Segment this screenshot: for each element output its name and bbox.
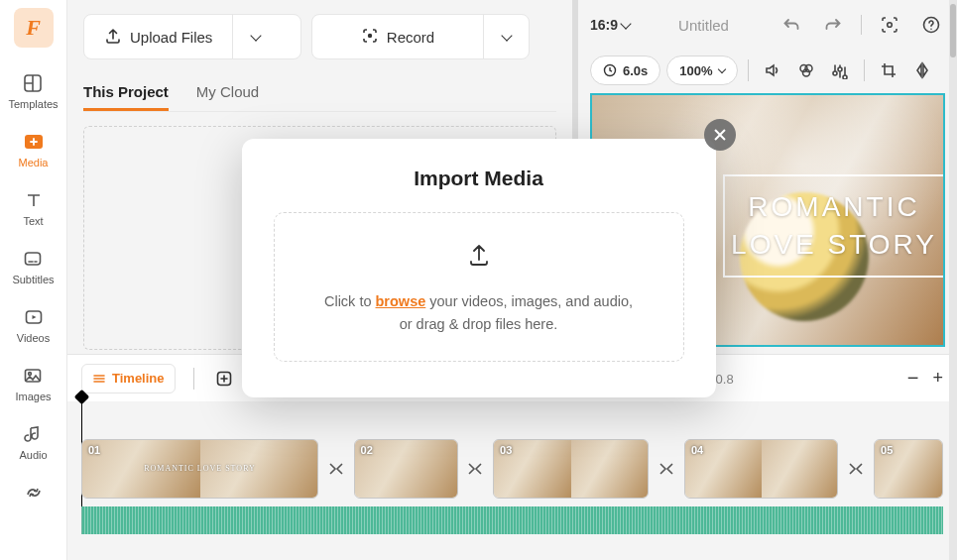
button-label: Upload Files [130, 29, 212, 46]
transition-icon[interactable] [468, 439, 484, 499]
timeline-track-area[interactable]: 01ROMANTIC LOVE STORY02030405 [67, 401, 957, 534]
text-icon [22, 188, 46, 212]
chevron-down-icon [620, 18, 631, 29]
svg-rect-2 [26, 253, 41, 265]
zoom-select[interactable]: 100% [666, 56, 737, 85]
transition-icon[interactable] [848, 439, 864, 499]
preview-title-overlay: ROMANTIC LOVE STORY [723, 174, 943, 278]
svg-point-7 [888, 23, 893, 28]
svg-point-5 [29, 373, 32, 376]
clip-number: 03 [500, 444, 512, 456]
ratio-value: 16:9 [590, 17, 618, 33]
import-media-modal: Import Media Click to browse your videos… [242, 139, 716, 397]
upload-icon [465, 241, 493, 275]
nav-label: Templates [8, 98, 58, 110]
nav-more[interactable] [22, 475, 46, 510]
timeline-clip[interactable]: 04 [684, 439, 838, 499]
zoom-in-button[interactable]: + [932, 368, 943, 389]
nav-label: Images [15, 391, 51, 402]
redo-button[interactable] [819, 11, 847, 39]
audio-icon [21, 422, 45, 446]
scrollbar-thumb[interactable] [950, 4, 956, 57]
scrollbar[interactable] [949, 0, 957, 560]
media-icon [22, 130, 46, 154]
button-label: Record [387, 29, 434, 46]
undo-button[interactable] [778, 11, 805, 39]
app-logo[interactable]: F [14, 8, 54, 48]
transition-icon[interactable] [328, 439, 344, 499]
modal-drop-text: Click to browse your videos, images, and… [324, 290, 633, 335]
nav-videos[interactable]: Videos [17, 299, 50, 350]
svg-point-6 [368, 33, 372, 37]
audio-track[interactable] [81, 506, 943, 534]
duration-display[interactable]: 6.0s [590, 56, 660, 85]
divider [193, 368, 194, 390]
project-title[interactable]: Untitled [644, 17, 764, 34]
timeline-clip[interactable]: 01ROMANTIC LOVE STORY [81, 439, 318, 499]
aspect-ratio-select[interactable]: 16:9 [590, 17, 630, 33]
chevron-down-icon [717, 64, 725, 72]
divider [861, 15, 862, 35]
tab-this-project[interactable]: This Project [83, 83, 169, 111]
upload-icon [104, 27, 122, 48]
modal-close-button[interactable] [704, 119, 736, 151]
left-nav-rail: F Templates Media Text Subtitles Videos [0, 0, 67, 560]
record-dropdown-toggle[interactable] [483, 15, 529, 58]
crop-button[interactable] [875, 56, 902, 84]
subtitles-icon [21, 247, 45, 271]
timeline-label: Timeline [112, 371, 165, 386]
color-button[interactable] [792, 56, 820, 84]
flip-button[interactable] [908, 56, 936, 84]
nav-media[interactable]: Media [19, 124, 49, 174]
modal-drop-area[interactable]: Click to browse your videos, images, and… [274, 212, 684, 362]
adjust-button[interactable] [826, 56, 854, 84]
timeline-icon [92, 372, 106, 386]
nav-subtitles[interactable]: Subtitles [12, 241, 54, 291]
volume-button[interactable] [759, 56, 786, 84]
record-icon [361, 27, 379, 48]
timeline-clip[interactable]: 03 [493, 439, 649, 499]
chevron-down-icon [501, 30, 512, 41]
record-button[interactable]: Record [311, 14, 530, 59]
divider [748, 59, 749, 81]
nav-images[interactable]: Images [15, 358, 51, 408]
nav-label: Videos [17, 332, 50, 344]
effects-icon [22, 481, 46, 504]
nav-audio[interactable]: Audio [19, 416, 47, 467]
timeline-clip[interactable]: 02 [354, 439, 458, 499]
upload-files-button[interactable]: Upload Files [83, 14, 301, 59]
videos-icon [22, 305, 46, 329]
add-button[interactable] [212, 367, 236, 391]
divider [864, 59, 865, 81]
transition-icon[interactable] [658, 439, 674, 499]
clip-number: 05 [881, 444, 893, 456]
nav-label: Subtitles [12, 274, 54, 285]
nav-label: Audio [19, 449, 47, 461]
clock-icon [603, 63, 617, 77]
timeline-tab[interactable]: Timeline [81, 364, 176, 393]
clip-number: 04 [691, 444, 703, 456]
zoom-out-button[interactable]: − [907, 367, 919, 390]
upload-dropdown-toggle[interactable] [232, 15, 278, 58]
help-button[interactable] [917, 11, 945, 39]
chevron-down-icon [250, 30, 261, 41]
nav-templates[interactable]: Templates [8, 65, 58, 116]
nav-text[interactable]: Text [22, 182, 46, 233]
duration-value: 6.0s [623, 63, 648, 78]
fullscreen-button[interactable] [876, 11, 903, 39]
images-icon [21, 364, 45, 388]
clip-number: 02 [361, 444, 373, 456]
timeline-clip[interactable]: 05 [874, 439, 943, 499]
modal-browse-link[interactable]: browse [376, 293, 426, 309]
modal-title: Import Media [274, 167, 684, 190]
nav-label: Text [23, 215, 43, 227]
nav-label: Media [19, 157, 49, 168]
zoom-value: 100% [679, 63, 712, 78]
tab-my-cloud[interactable]: My Cloud [196, 83, 259, 111]
templates-icon [21, 71, 45, 95]
